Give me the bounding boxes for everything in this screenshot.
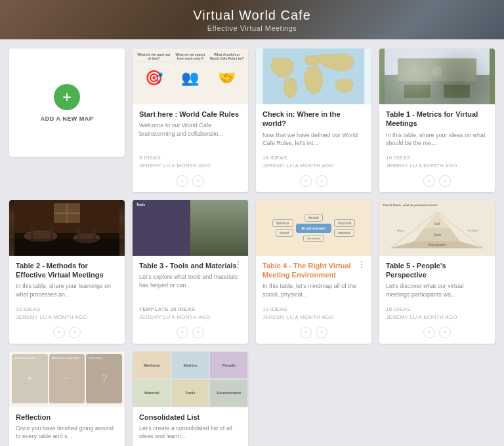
card-table4: Spiritual Social Mental Environment Emot… [256,200,371,344]
card-reflection: What went well? + What went negatively? … [9,352,125,446]
prev-btn-table1[interactable]: ‹ [423,175,435,187]
card-desc-table4: In this table, let's mindmap all of the … [262,282,365,298]
people-think-label: Think & Reach - what do participants thi… [383,203,492,207]
card-title-table2: Table 2 - Methods for Effective Virtual … [16,261,118,280]
card-consolidated: Methods Metrics People Material Tools En… [133,352,248,446]
card-menu-table4[interactable]: ⋮ [357,259,366,270]
card-thumb-checkin [256,49,371,104]
card-desc-reflection: Once you have finished going around to e… [16,424,118,441]
next-btn-table5[interactable]: › [439,327,451,338]
card-desc-consolidated: Let's create a consolidated list of all … [139,424,242,441]
card-thumb-consolidated: Methods Metrics People Material Tools En… [133,352,248,407]
prev-btn-table4[interactable]: ‹ [300,327,312,338]
card-footer-rules: ‹ › [133,172,248,192]
page-header: Virtual World Cafe Effective Virtual Mee… [0,0,504,39]
card-author-table2: JEREMY LU A MONTH AGO [16,314,118,321]
card-thumb-table3: Tools Materials [133,200,248,256]
add-new-map-card[interactable]: + ADD A NEW MAP [9,49,125,157]
card-ideas-table4: 13 IDEAS [262,306,365,314]
card-table2: Table 2 - Methods for Effective Virtual … [9,200,125,344]
prev-btn-table3[interactable]: ‹ [177,327,188,338]
prev-btn-checkin[interactable]: ‹ [300,175,312,187]
card-table3: Tools Materials ⋮ Table 3 - Tools and Ma… [133,200,248,344]
next-btn-table3[interactable]: › [192,327,204,338]
target-icon: 🎯 [136,65,171,91]
tools-left-panel [133,200,190,256]
card-body-rules: Start here : World Cafe Rules Welcome to… [133,104,248,154]
card-desc-table1: In this table, share your ideas on what … [386,131,488,148]
card-author-rules: JEREMY LU A MONTH AGO [139,162,242,170]
prev-btn-table5[interactable]: ‹ [423,327,435,338]
card-thumb-table2 [9,200,125,256]
next-btn-rules[interactable]: › [192,175,204,187]
handshake-icon: 🤝 [209,65,244,91]
page-subtitle: Effective Virtual Meetings [207,24,297,32]
cafe-photo-svg [9,200,125,256]
next-btn-table2[interactable]: › [69,327,81,338]
card-title-checkin: Check in: Where in the world? [262,110,365,129]
card-rules: What do we want out of this? 🎯 What do w… [133,49,248,192]
env-internet: Internet [334,229,354,237]
card-body-table5: Table 5 - People's Perspective Let's dis… [379,256,495,306]
interior-photo-svg [379,49,495,104]
cons-tools: Tools [171,379,210,407]
reflect-cell-3: Interesting ? [86,354,122,403]
tools-label: Tools [136,203,145,207]
next-btn-checkin[interactable]: › [316,175,327,187]
reflect-label-3: Interesting [89,356,102,359]
card-meta-rules: 9 IDEAS JEREMY LU A MONTH AGO [133,154,248,172]
env-physical: Physical [334,219,355,227]
svg-rect-16 [93,229,96,239]
cons-people: People [209,352,248,380]
card-author-table1: JEREMY LU A MONTH AGO [386,162,488,170]
svg-rect-20 [193,200,245,256]
card-title-consolidated: Consolidated List [139,413,242,422]
svg-rect-24 [229,213,241,232]
env-diagram: Spiritual Social Mental Environment Emot… [272,214,356,242]
svg-text:What...: What... [397,229,406,232]
triangle-svg: Self Team Organization What... So What? [383,209,492,251]
next-btn-table4[interactable]: › [316,327,327,338]
svg-point-7 [432,66,442,77]
svg-rect-3 [385,75,490,104]
reflect-label-2: What went negatively? [52,356,80,359]
card-table1: Table 1 - Metrics for Virtual Meetings I… [379,49,495,192]
card-author-table5: JEREMY LU A MONTH AGO [386,314,488,321]
env-social: Social [276,229,293,237]
prev-btn-table2[interactable]: ‹ [53,327,65,338]
page-title: Virtual World Cafe [193,8,311,23]
card-body-table4: Table 4 - The Right Virtual Meeting Envi… [256,256,371,306]
svg-text:So What?: So What? [467,229,479,232]
card-footer-table5: ‹ › [379,324,495,344]
tools-interior-svg [190,200,248,256]
card-title-table4: Table 4 - The Right Virtual Meeting Envi… [262,261,365,280]
card-author-table3: JEREMY LU A MONTH AGO [139,314,242,321]
card-ideas-table1: 10 IDEAS [386,154,488,162]
card-meta-table3: TEMPLATE 28 IDEAS JEREMY LU A MONTH AGO [133,306,248,324]
people-triangle: Self Team Organization What... So What? [383,209,492,251]
cons-environment: Environment [209,379,248,407]
card-thumb-table1 [379,49,495,104]
card-menu-table3[interactable]: ⋮ [234,259,243,270]
card-ideas-table2: 13 IDEAS [16,306,118,314]
card-title-rules: Start here : World Cafe Rules [139,110,242,119]
card-meta-table5: 18 IDEAS JEREMY LU A MONTH AGO [379,306,495,324]
card-ideas-table5: 18 IDEAS [386,306,488,314]
reflect-question-icon: ? [101,372,108,386]
prev-btn-rules[interactable]: ‹ [177,175,188,187]
card-checkin: Check in: Where in the world? Now that w… [256,49,371,192]
add-icon: + [54,84,80,110]
card-body-table1: Table 1 - Metrics for Virtual Meetings I… [379,104,495,154]
card-desc-checkin: Now that we have defined our World Cafe … [262,131,365,148]
card-footer-table1: ‹ › [379,172,495,192]
reflect-plus-icon: + [26,372,33,386]
svg-rect-13 [31,226,33,239]
svg-rect-23 [216,236,229,249]
card-footer-checkin: ‹ › [256,172,371,192]
reflect-cell-1: What went well? + [12,354,48,403]
card-title-reflection: Reflection [16,413,118,422]
world-map-svg [256,49,371,104]
card-ideas-checkin: 18 IDEAS [262,154,365,162]
next-btn-table1[interactable]: › [439,175,451,187]
card-thumb-rules: What do we want out of this? 🎯 What do w… [133,49,248,104]
